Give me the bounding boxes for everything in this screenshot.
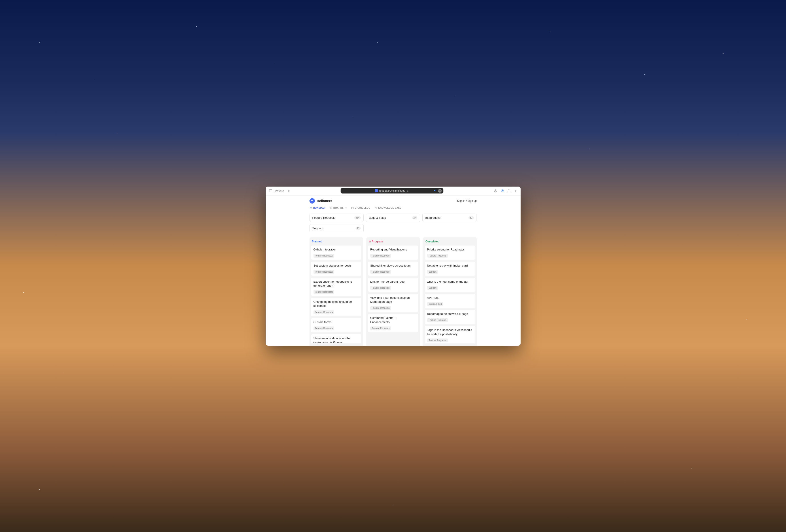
- roadmap-card[interactable]: Tags in the Dashboard view should be sor…: [425, 326, 475, 343]
- nav-boards-label: BOARDS: [333, 207, 344, 209]
- col-header-completed: Completed: [425, 240, 475, 245]
- card-title: Custom forms: [314, 320, 359, 324]
- card-tag: Feature Requests: [427, 254, 448, 258]
- kanban-col-in-progress: In Progress Reporting and Visualizations…: [366, 237, 420, 346]
- board-tile-title: Support: [313, 226, 323, 230]
- app-nav: ROADMAP BOARDS CHANGELOG KNOWLEDGE BASE: [265, 203, 521, 211]
- card-tag: Feature Requests: [370, 270, 391, 274]
- roadmap-card[interactable]: Link to "merge parent" post Feature Requ…: [368, 277, 418, 292]
- svg-rect-2: [407, 191, 409, 192]
- board-tile-count: 32: [468, 216, 473, 219]
- roadmap-card[interactable]: Not able to pay with Indian card Support: [425, 261, 475, 276]
- nav-roadmap[interactable]: ROADMAP: [309, 205, 326, 211]
- new-tab-icon[interactable]: [514, 189, 517, 193]
- nav-kb-label: KNOWLEDGE BASE: [378, 207, 401, 209]
- boards-row: Feature Requests 414 Bugs & Fixes 27 Int…: [265, 211, 521, 233]
- board-tile-support[interactable]: Support 11: [309, 224, 364, 233]
- card-tag: Feature Requests: [314, 254, 334, 258]
- card-tag: Feature Requests: [370, 254, 391, 258]
- roadmap-card[interactable]: Custom forms Feature Requests: [311, 318, 362, 333]
- card-tag: Feature Requests: [314, 270, 334, 274]
- card-title: Set custom statuses for posts: [314, 264, 359, 268]
- site-favicon: [375, 189, 378, 192]
- kanban: Planned Github Integration Feature Reque…: [309, 237, 477, 346]
- card-title: View and Filter options also on Moderati…: [370, 296, 416, 304]
- roadmap-card[interactable]: Shared filter views across team Feature …: [368, 261, 418, 276]
- roadmap-card[interactable]: Changelog notifiers should be selectable…: [311, 298, 362, 316]
- nav-boards[interactable]: BOARDS: [330, 205, 347, 211]
- card-tag: Feature Requests: [314, 290, 334, 294]
- roadmap-card[interactable]: View and Filter options also on Moderati…: [368, 294, 418, 312]
- card-title: Changelog notifiers should be selectable: [314, 300, 359, 308]
- nav-changelog[interactable]: CHANGELOG: [351, 205, 371, 211]
- roadmap-card[interactable]: Show an indication when the organization…: [311, 334, 362, 343]
- url-text: feedback.hellonext.co: [379, 189, 405, 192]
- card-tag: Bugs & Fixes: [427, 302, 443, 306]
- board-tile-bugs-fixes[interactable]: Bugs & Fixes 27: [366, 214, 420, 222]
- board-tile-count: 414: [354, 216, 361, 219]
- card-tag: Feature Requests: [427, 318, 448, 322]
- card-tag: Feature Requests: [427, 339, 448, 342]
- nav-roadmap-label: ROADMAP: [313, 207, 326, 209]
- svg-rect-10: [331, 207, 332, 208]
- board-tile-integrations[interactable]: Integrations 32: [422, 214, 477, 222]
- col-body-planned: Github Integration Feature Requests Set …: [311, 245, 362, 343]
- roadmap-card[interactable]: Priority sorting for Roadmaps Feature Re…: [425, 245, 475, 260]
- card-title: Tags in the Dashboard view should be sor…: [427, 328, 473, 336]
- svg-rect-12: [331, 208, 332, 209]
- card-title: Roadmap to be shown full-page: [427, 312, 473, 316]
- card-title: Shared filter views across team: [370, 264, 416, 268]
- roadmap-card[interactable]: Github Integration Feature Requests: [311, 245, 362, 260]
- roadmap-card[interactable]: Set custom statuses for posts Feature Re…: [311, 261, 362, 276]
- card-tag: Feature Requests: [314, 310, 334, 314]
- app-header: Hellonext Sign in / Sign up: [265, 195, 521, 203]
- card-tag: Feature Requests: [314, 327, 334, 330]
- svg-point-4: [502, 190, 503, 191]
- chevron-down-icon: [345, 207, 347, 209]
- roadmap-card[interactable]: what is the host name of the api Support: [425, 277, 475, 292]
- card-title: API Host: [427, 296, 473, 300]
- reader-icon[interactable]: [501, 189, 504, 193]
- sound-icon[interactable]: [434, 189, 437, 193]
- signin-signup-link[interactable]: Sign in / Sign up: [457, 199, 477, 202]
- card-title: Command Palette → Enhancements: [370, 316, 416, 324]
- kanban-col-completed: Completed Priority sorting for Roadmaps …: [423, 237, 477, 346]
- back-icon[interactable]: [287, 189, 290, 193]
- board-tile-title: Integrations: [425, 216, 440, 219]
- card-title: Reporting and Visualizations: [370, 247, 416, 251]
- card-title: what is the host name of the api: [427, 280, 473, 284]
- card-title: Export option for feedbacks to generate …: [314, 280, 359, 288]
- card-tag: Support: [427, 286, 438, 290]
- card-title: Not able to pay with Indian card: [427, 264, 473, 268]
- board-tile-title: Feature Requests: [313, 216, 336, 219]
- private-label: Private: [275, 189, 284, 193]
- roadmap-card[interactable]: Reporting and Visualizations Feature Req…: [368, 245, 418, 260]
- col-header-planned: Planned: [311, 240, 362, 245]
- card-title: Priority sorting for Roadmaps: [427, 247, 473, 251]
- card-tag: Support: [427, 270, 438, 274]
- browser-window: Private feedback.hellonext.co •••: [265, 187, 521, 346]
- roadmap-card[interactable]: API Host Bugs & Fixes: [425, 294, 475, 308]
- sidebar-toggle-icon[interactable]: [269, 189, 272, 193]
- col-header-in-progress: In Progress: [368, 240, 418, 245]
- roadmap-card[interactable]: Roadmap to be shown full-page Feature Re…: [425, 310, 475, 324]
- board-tile-count: 27: [412, 216, 417, 219]
- lock-icon: [407, 190, 409, 192]
- board-tile-feature-requests[interactable]: Feature Requests 414: [309, 214, 364, 222]
- roadmap-card[interactable]: Export option for feedbacks to generate …: [311, 277, 362, 296]
- roadmap-card[interactable]: Command Palette → Enhancements Feature R…: [368, 314, 418, 332]
- browser-chrome: Private feedback.hellonext.co •••: [265, 187, 521, 195]
- nav-knowledge-base[interactable]: KNOWLEDGE BASE: [374, 205, 401, 211]
- downloads-icon[interactable]: [494, 189, 497, 193]
- svg-rect-0: [269, 190, 272, 192]
- card-tag: Feature Requests: [370, 306, 391, 310]
- share-icon[interactable]: [507, 189, 511, 193]
- nav-changelog-label: CHANGELOG: [355, 207, 371, 209]
- board-tile-count: 11: [355, 226, 361, 230]
- col-body-completed: Priority sorting for Roadmaps Feature Re…: [425, 245, 475, 343]
- more-icon[interactable]: •••: [438, 189, 442, 193]
- brand[interactable]: Hellonext: [309, 198, 332, 203]
- url-bar[interactable]: feedback.hellonext.co •••: [341, 188, 443, 193]
- svg-rect-11: [330, 208, 331, 209]
- app-content: Hellonext Sign in / Sign up ROADMAP BOAR…: [265, 195, 521, 346]
